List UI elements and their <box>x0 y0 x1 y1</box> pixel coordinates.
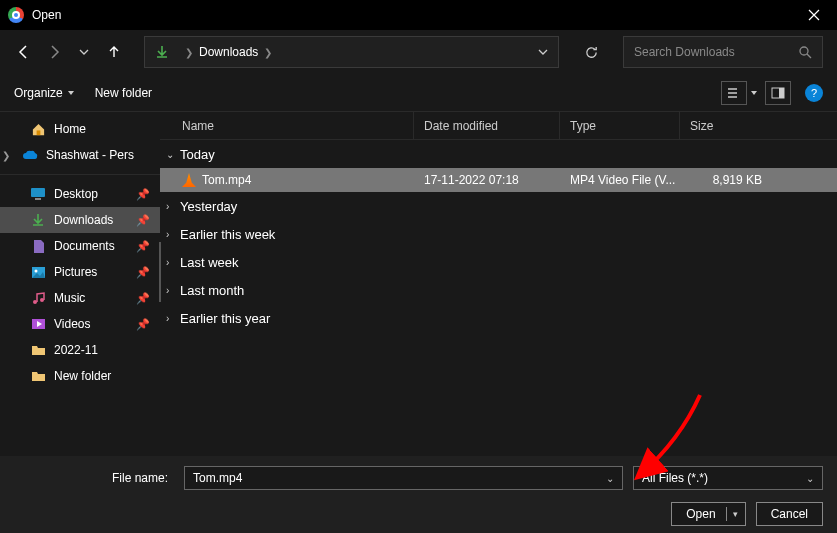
open-dropdown[interactable]: ▾ <box>727 509 745 519</box>
view-dropdown[interactable] <box>747 89 761 97</box>
chevron-right-icon: › <box>166 313 180 324</box>
group-header[interactable]: ⌄ Today <box>160 140 837 168</box>
documents-icon <box>30 238 46 254</box>
search-icon <box>798 45 812 59</box>
chrome-icon <box>8 7 24 23</box>
sidebar: Home ❯ Shashwat - Pers Desktop 📌 Downloa… <box>0 112 160 456</box>
open-button[interactable]: Open ▾ <box>671 502 745 526</box>
onedrive-icon <box>22 147 38 163</box>
sidebar-item-pictures[interactable]: Pictures 📌 <box>0 259 160 285</box>
breadcrumb-separator: ❯ <box>264 47 272 58</box>
column-name[interactable]: Name <box>160 112 414 139</box>
close-button[interactable] <box>791 0 837 30</box>
pin-icon: 📌 <box>136 292 150 305</box>
desktop-icon <box>30 186 46 202</box>
column-type[interactable]: Type <box>560 112 680 139</box>
breadcrumb-separator: ❯ <box>185 47 193 58</box>
sidebar-item-folder[interactable]: New folder <box>0 363 160 389</box>
breadcrumb-item[interactable]: Downloads <box>199 45 258 59</box>
pin-icon: 📌 <box>136 266 150 279</box>
address-bar[interactable]: ❯ Downloads ❯ <box>144 36 559 68</box>
forward-button[interactable] <box>44 42 64 62</box>
pin-icon: 📌 <box>136 188 150 201</box>
file-name: Tom.mp4 <box>202 173 251 187</box>
folder-icon <box>30 368 46 384</box>
file-row[interactable]: Tom.mp4 17-11-2022 07:18 MP4 Video File … <box>160 168 837 192</box>
filename-label: File name: <box>14 471 174 485</box>
svg-point-7 <box>34 269 37 272</box>
sidebar-label: Shashwat - Pers <box>46 148 134 162</box>
view-options-button[interactable] <box>721 81 747 105</box>
body: Home ❯ Shashwat - Pers Desktop 📌 Downloa… <box>0 112 837 456</box>
column-headers: Name Date modified Type Size <box>160 112 837 140</box>
titlebar: Open <box>0 0 837 30</box>
folder-icon <box>30 342 46 358</box>
group-header[interactable]: › Earlier this year <box>160 304 837 332</box>
cancel-button[interactable]: Cancel <box>756 502 823 526</box>
filter-value: All Files (*.*) <box>642 471 708 485</box>
chevron-right-icon: › <box>166 201 180 212</box>
file-size: 8,919 KB <box>680 173 780 187</box>
pin-icon: 📌 <box>136 318 150 331</box>
chevron-down-icon: ⌄ <box>606 473 614 484</box>
filename-combobox[interactable]: Tom.mp4 ⌄ <box>184 466 623 490</box>
sidebar-item-documents[interactable]: Documents 📌 <box>0 233 160 259</box>
organize-menu[interactable]: Organize <box>14 86 75 100</box>
chevron-down-icon: ⌄ <box>166 149 180 160</box>
chevron-right-icon: › <box>166 285 180 296</box>
sidebar-label: Home <box>54 122 86 136</box>
footer: File name: Tom.mp4 ⌄ All Files (*.*) ⌄ O… <box>0 456 837 533</box>
window-title: Open <box>32 8 791 22</box>
expand-icon[interactable]: ❯ <box>2 150 12 161</box>
file-type: MP4 Video File (V... <box>560 173 680 187</box>
sidebar-label: Videos <box>54 317 90 331</box>
sidebar-label: 2022-11 <box>54 343 98 357</box>
back-button[interactable] <box>14 42 34 62</box>
refresh-button[interactable] <box>575 36 607 68</box>
downloads-icon <box>30 212 46 228</box>
vlc-icon <box>182 173 196 187</box>
group-header[interactable]: › Last week <box>160 248 837 276</box>
pin-icon: 📌 <box>136 214 150 227</box>
sidebar-item-downloads[interactable]: Downloads 📌 <box>0 207 160 233</box>
sidebar-label: Music <box>54 291 85 305</box>
sidebar-item-folder[interactable]: 2022-11 <box>0 337 160 363</box>
chevron-right-icon: › <box>166 229 180 240</box>
group-header[interactable]: › Earlier this week <box>160 220 837 248</box>
chevron-right-icon: › <box>166 257 180 268</box>
help-button[interactable]: ? <box>805 84 823 102</box>
new-folder-button[interactable]: New folder <box>95 86 152 100</box>
filetype-filter[interactable]: All Files (*.*) ⌄ <box>633 466 823 490</box>
address-dropdown[interactable] <box>538 47 548 57</box>
column-date[interactable]: Date modified <box>414 112 560 139</box>
search-box[interactable] <box>623 36 823 68</box>
sidebar-item-videos[interactable]: Videos 📌 <box>0 311 160 337</box>
column-size[interactable]: Size <box>680 112 780 139</box>
sidebar-item-personal[interactable]: ❯ Shashwat - Pers <box>0 142 160 168</box>
up-button[interactable] <box>104 42 124 62</box>
preview-pane-button[interactable] <box>765 81 791 105</box>
sidebar-label: New folder <box>54 369 111 383</box>
svg-rect-2 <box>779 88 784 98</box>
sidebar-item-home[interactable]: Home <box>0 116 160 142</box>
svg-rect-4 <box>31 188 45 197</box>
svg-rect-5 <box>35 198 41 200</box>
sidebar-item-desktop[interactable]: Desktop 📌 <box>0 181 160 207</box>
splitter-handle[interactable] <box>159 242 161 302</box>
filename-value: Tom.mp4 <box>193 471 242 485</box>
sidebar-label: Desktop <box>54 187 98 201</box>
pictures-icon <box>30 264 46 280</box>
file-list[interactable]: ⌄ Today Tom.mp4 17-11-2022 07:18 MP4 Vid… <box>160 140 837 456</box>
recent-dropdown[interactable] <box>74 42 94 62</box>
toolbar: Organize New folder ? <box>0 74 837 112</box>
sidebar-label: Downloads <box>54 213 113 227</box>
home-icon <box>30 121 46 137</box>
file-date: 17-11-2022 07:18 <box>414 173 560 187</box>
svg-point-0 <box>800 47 808 55</box>
downloads-location-icon <box>155 45 169 59</box>
sidebar-item-music[interactable]: Music 📌 <box>0 285 160 311</box>
group-header[interactable]: › Last month <box>160 276 837 304</box>
search-input[interactable] <box>634 45 798 59</box>
group-header[interactable]: › Yesterday <box>160 192 837 220</box>
sidebar-label: Pictures <box>54 265 97 279</box>
